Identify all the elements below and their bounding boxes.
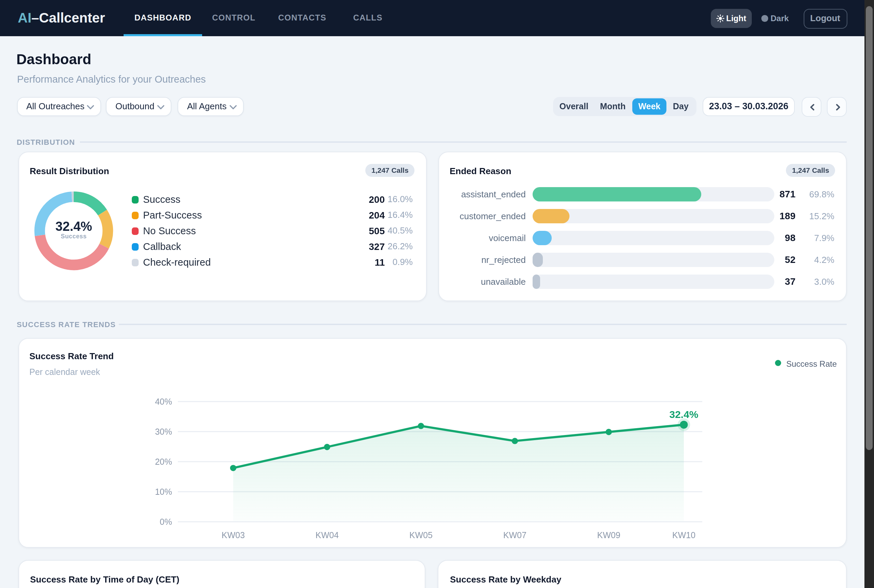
svg-text:0%: 0% [159,517,172,526]
svg-text:KW03: KW03 [221,530,244,540]
svg-text:40%: 40% [154,397,172,406]
svg-text:KW10: KW10 [672,530,695,540]
svg-text:KW07: KW07 [503,530,526,540]
svg-text:KW09: KW09 [597,530,620,540]
svg-text:KW04: KW04 [315,530,338,540]
svg-text:KW05: KW05 [409,530,432,540]
svg-text:32.4%: 32.4% [669,409,698,420]
svg-text:30%: 30% [154,427,172,436]
svg-text:20%: 20% [154,457,172,466]
svg-text:10%: 10% [154,487,172,496]
